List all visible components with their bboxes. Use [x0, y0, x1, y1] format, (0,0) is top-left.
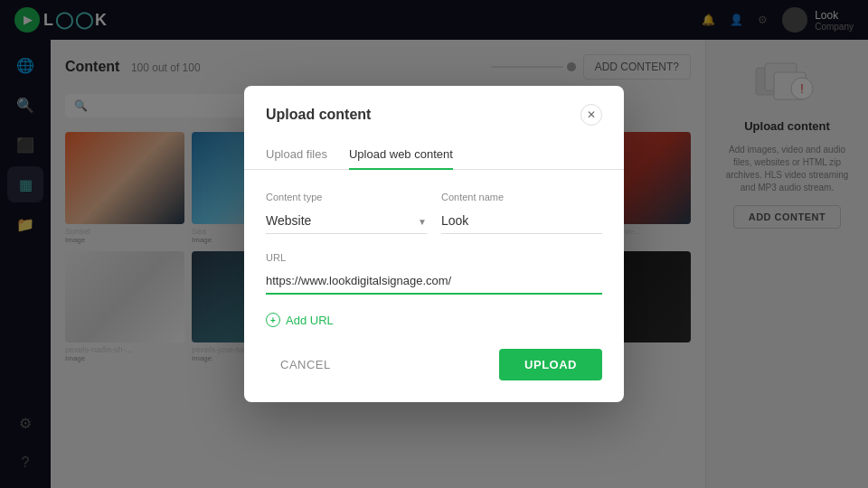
modal-tabs: Upload files Upload web content — [244, 140, 624, 170]
add-url-label: Add URL — [286, 314, 334, 327]
content-type-label: Content type — [266, 192, 427, 202]
tab-upload-files[interactable]: Upload files — [266, 140, 327, 170]
modal-title: Upload content — [266, 107, 371, 123]
modal-body: Content type Website HTML Video Stream A… — [244, 170, 624, 349]
form-group-content-name: Content name — [441, 192, 602, 234]
upload-button[interactable]: UPLOAD — [499, 349, 602, 380]
modal-overlay[interactable]: Upload content ✕ Upload files Upload web… — [0, 0, 868, 488]
modal-footer: CANCEL UPLOAD — [244, 349, 624, 402]
add-circle-icon: + — [266, 313, 280, 327]
content-type-select-wrapper: Website HTML Video Stream Audio Stream ▼ — [266, 208, 427, 234]
cancel-button[interactable]: CANCEL — [266, 349, 345, 380]
url-label: URL — [266, 252, 602, 263]
modal-close-button[interactable]: ✕ — [580, 104, 602, 126]
form-group-content-type: Content type Website HTML Video Stream A… — [266, 192, 427, 234]
add-url-button[interactable]: + Add URL — [266, 313, 334, 327]
content-type-select[interactable]: Website HTML Video Stream Audio Stream — [266, 208, 427, 234]
form-row-type-name: Content type Website HTML Video Stream A… — [266, 192, 602, 234]
url-input[interactable] — [266, 268, 602, 295]
form-group-url: URL — [266, 252, 602, 295]
modal: Upload content ✕ Upload files Upload web… — [244, 86, 624, 402]
content-name-label: Content name — [441, 192, 602, 202]
close-icon: ✕ — [587, 108, 596, 121]
modal-header: Upload content ✕ — [244, 86, 624, 126]
tab-upload-web-content[interactable]: Upload web content — [349, 140, 453, 170]
content-name-input[interactable] — [441, 208, 602, 234]
